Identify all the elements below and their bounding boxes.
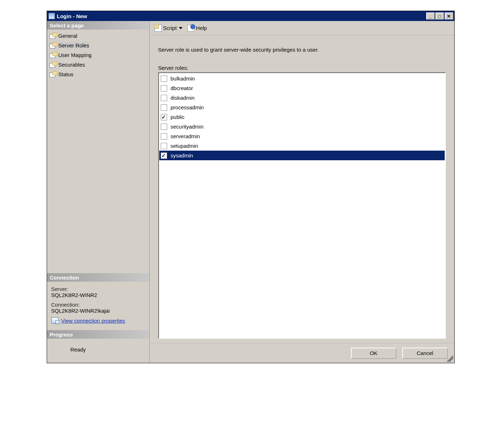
role-row-serveradmin[interactable]: serveradmin (159, 131, 445, 141)
role-checkbox-securityadmin[interactable] (161, 124, 167, 130)
connection-properties-icon (51, 317, 58, 324)
role-row-securityadmin[interactable]: securityadmin (159, 122, 445, 131)
page-icon (49, 71, 56, 78)
page-list: GeneralServer RolesUser MappingSecurable… (47, 30, 149, 80)
role-row-dbcreator[interactable]: dbcreator (159, 83, 445, 93)
page-icon (49, 42, 56, 49)
role-checkbox-serveradmin[interactable] (161, 133, 167, 140)
chevron-down-icon (179, 27, 182, 29)
role-row-sysadmin[interactable]: sysadmin (159, 151, 445, 160)
server-roles-label: Server roles: (158, 65, 446, 71)
progress-block: Ready (47, 339, 149, 363)
script-button[interactable]: Script (153, 24, 184, 32)
sidebar-item-securables[interactable]: Securables (47, 60, 149, 69)
role-label: bulkadmin (171, 75, 445, 82)
role-label: serveradmin (171, 133, 445, 139)
close-button[interactable]: ✕ (445, 12, 453, 20)
role-label: diskadmin (171, 95, 445, 101)
help-label: Help (196, 25, 207, 31)
sidebar-item-status[interactable]: Status (47, 69, 149, 79)
role-label: public (171, 114, 445, 120)
maximize-button[interactable]: □ (435, 12, 444, 20)
page-icon (49, 62, 56, 68)
role-label: setupadmin (171, 143, 445, 149)
progress-ring-icon (51, 342, 66, 356)
content-area: Script Help Server role is used to grant… (150, 21, 454, 363)
page-description: Server role is used to grant server-wide… (158, 47, 446, 53)
progress-header: Progress (47, 330, 149, 339)
minimize-button[interactable]: _ (426, 12, 435, 20)
login-new-dialog: Login - New _ □ ✕ Select a page GeneralS… (47, 11, 455, 363)
select-a-page-header: Select a page (47, 21, 149, 30)
script-icon (155, 25, 162, 32)
sidebar-item-general[interactable]: General (47, 31, 149, 41)
sidebar-item-user-mapping[interactable]: User Mapping (47, 50, 149, 60)
view-connection-properties-link[interactable]: View connection properties (61, 318, 125, 324)
role-row-bulkadmin[interactable]: bulkadmin (159, 74, 445, 83)
app-icon (48, 13, 55, 19)
help-button[interactable]: Help (186, 24, 208, 32)
page-icon (49, 52, 56, 58)
sidebar-item-label: User Mapping (58, 52, 92, 58)
server-label: Server: (51, 286, 146, 292)
dialog-footer: OK Cancel (150, 343, 454, 363)
progress-status: Ready (71, 347, 86, 353)
window-title: Login - New (57, 13, 426, 19)
role-label: securityadmin (171, 124, 445, 130)
role-checkbox-public[interactable] (161, 114, 167, 120)
role-row-diskadmin[interactable]: diskadmin (159, 93, 445, 103)
sidebar-item-label: Securables (58, 62, 85, 68)
title-bar[interactable]: Login - New _ □ ✕ (47, 11, 454, 21)
connection-info: Server: SQL2K8R2-WINR2 Connection: SQL2K… (47, 282, 149, 330)
role-checkbox-sysadmin[interactable] (161, 152, 167, 159)
sidebar: Select a page GeneralServer RolesUser Ma… (47, 21, 150, 363)
ok-button[interactable]: OK (351, 348, 397, 359)
sidebar-item-label: Server Roles (58, 42, 89, 48)
sidebar-item-label: Status (58, 71, 74, 77)
server-roles-listbox[interactable]: bulkadmindbcreatordiskadminprocessadminp… (158, 72, 446, 339)
role-row-public[interactable]: public (159, 112, 445, 122)
server-value: SQL2K8R2-WINR2 (51, 292, 146, 298)
role-row-processadmin[interactable]: processadmin (159, 103, 445, 112)
resize-grip[interactable] (447, 355, 453, 362)
help-icon (187, 25, 195, 32)
role-checkbox-bulkadmin[interactable] (161, 75, 167, 82)
connection-label: Connection: (51, 302, 146, 308)
role-checkbox-dbcreator[interactable] (161, 85, 167, 92)
role-row-setupadmin[interactable]: setupadmin (159, 141, 445, 151)
role-label: dbcreator (171, 85, 445, 91)
script-label: Script (163, 25, 177, 31)
connection-header: Connection (47, 273, 149, 282)
page-icon (49, 33, 56, 39)
connection-value: SQL2K8R2-WINR2\kajai (51, 308, 146, 314)
role-label: sysadmin (171, 152, 445, 158)
role-label: processadmin (171, 104, 445, 110)
toolbar: Script Help (150, 21, 454, 35)
cancel-button[interactable]: Cancel (402, 348, 448, 359)
sidebar-item-server-roles[interactable]: Server Roles (47, 41, 149, 50)
role-checkbox-setupadmin[interactable] (161, 143, 167, 149)
role-checkbox-processadmin[interactable] (161, 104, 167, 111)
sidebar-item-label: General (58, 33, 77, 39)
role-checkbox-diskadmin[interactable] (161, 95, 167, 101)
